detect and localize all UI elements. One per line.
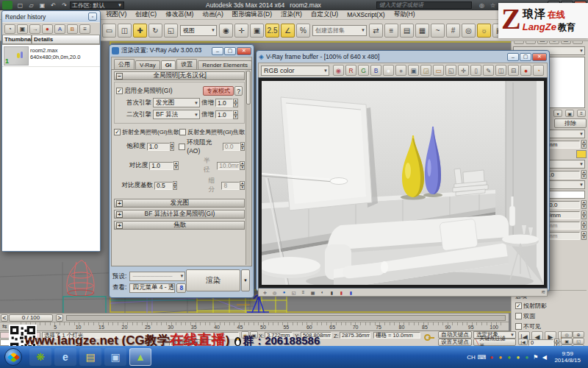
save-history-icon[interactable]: ▣ <box>17 24 28 34</box>
set-keys-icon[interactable] <box>424 334 431 341</box>
keyboard-icon[interactable]: ⌨ <box>478 354 487 361</box>
pin-stack-icon[interactable]: ▾ <box>553 110 562 117</box>
tray-dot-3[interactable]: ● <box>506 354 512 361</box>
track-bar-rail[interactable] <box>66 315 506 321</box>
3dsmax-logo-icon[interactable] <box>2 1 12 10</box>
new-file-icon[interactable]: ▢ <box>15 1 25 10</box>
invisible-option-checkbox[interactable] <box>515 323 522 330</box>
vfb-pan-icon[interactable]: ✛ <box>261 289 269 296</box>
track-mouse-icon[interactable]: ✛ <box>458 65 469 76</box>
menu-item[interactable]: MAXScript(X) <box>343 11 389 18</box>
render-setup-icon[interactable]: ☼ <box>477 24 491 38</box>
light-color-swatch[interactable] <box>576 150 587 158</box>
vfb-color-icon[interactable]: ▦ <box>309 289 317 296</box>
window-crossing-icon[interactable]: ◫ <box>118 24 132 38</box>
vfb-image-area[interactable] <box>258 77 548 289</box>
clear-image-icon[interactable]: ▭ <box>433 65 444 76</box>
cast-shadows-option-checkbox[interactable]: ✓ <box>515 302 522 309</box>
explorer-icon[interactable]: ▤ <box>79 348 101 366</box>
percent-snap-icon[interactable]: % <box>296 24 310 38</box>
contrast-base-field[interactable]: 0.5 <box>154 182 173 190</box>
size-spinner-3[interactable]: ▲▼ <box>581 231 587 240</box>
exclude-button[interactable]: 排除 <box>554 118 587 128</box>
show-channels-icon[interactable]: ◉ <box>333 65 344 76</box>
workspace-dropdown[interactable]: 工作区: 默认▼ <box>70 1 124 9</box>
z-coordinate-field[interactable]: 2875.36mm <box>340 332 370 339</box>
compare-horizontal-icon[interactable]: ◫ <box>495 65 506 76</box>
select-and-rotate-icon[interactable]: ↻ <box>148 24 162 38</box>
tab-公用[interactable]: 公用 <box>114 59 135 69</box>
tray-dot-2[interactable]: ● <box>497 354 503 361</box>
stop-render-icon[interactable]: ● <box>520 65 531 76</box>
start-button[interactable] <box>4 348 22 366</box>
search-icon[interactable]: ◎ <box>477 1 487 10</box>
vfb-red-icon[interactable]: ▮ <box>337 289 345 296</box>
zoom-extents-icon[interactable]: ▣ <box>561 338 573 344</box>
expand-icon[interactable]: + <box>116 222 123 229</box>
vfb-titlebar[interactable]: ◈ V-Ray frame buffer - [100% of 640 x 48… <box>257 51 549 63</box>
ao-checkbox[interactable] <box>179 144 185 150</box>
saturation-field[interactable]: 1.0 <box>147 143 170 151</box>
redo-icon[interactable]: ↷ <box>60 1 69 10</box>
vfb-resize-grip[interactable]: ≋ <box>541 289 545 295</box>
keyboard-shortcut-icon[interactable]: ▣ <box>250 24 264 38</box>
tray-dot-5[interactable]: ● <box>523 354 530 361</box>
material-editor-icon[interactable]: ◎ <box>462 24 476 38</box>
menu-item[interactable]: 修改器(M) <box>161 10 198 19</box>
vfb-zoom-icon[interactable]: ◎ <box>270 289 279 296</box>
menu-item[interactable]: 动画(A) <box>198 10 227 19</box>
history-settings-icon[interactable]: ◔ <box>4 24 15 34</box>
region-render-icon[interactable]: ▯ <box>470 65 481 76</box>
configure-modifier-icon[interactable]: ≡ <box>577 110 586 117</box>
layer-manager-icon[interactable]: ▤ <box>400 24 414 38</box>
contrast-base-spinner[interactable]: ▲▼ <box>173 181 178 190</box>
thumbnail-column-header[interactable]: Thumbnail <box>2 35 32 44</box>
load-image-icon[interactable]: ◲ <box>420 65 431 76</box>
render-setup-scrollbar[interactable] <box>245 71 251 265</box>
multiplier-spinner[interactable]: ▲▼ <box>581 140 587 149</box>
angle-snap-icon[interactable]: ∠ <box>281 24 295 38</box>
community-icon[interactable]: ☆ <box>488 1 498 10</box>
size-spinner-1[interactable]: ▲▼ <box>581 210 587 219</box>
vfb-channel-dropdown[interactable]: RGB color▼ <box>261 66 329 76</box>
secondary-engine-dropdown[interactable]: BF 算法▼ <box>153 110 200 119</box>
start-render-icon[interactable]: ◔ <box>533 65 544 76</box>
menu-item[interactable]: 帮助(H) <box>390 10 420 19</box>
use-pivot-center-icon[interactable]: ◉ <box>219 24 233 38</box>
secondary-mult-field[interactable]: 1.0 <box>215 110 233 118</box>
b-slot-icon[interactable]: B <box>67 24 78 34</box>
render-history-row[interactable]: 1 room2.max 640x480;0h,0m,20.0 <box>2 45 100 67</box>
rollout-collapsed[interactable]: +发光图 <box>114 199 245 208</box>
size-spinner-2[interactable]: ▲▼ <box>581 221 587 230</box>
blue-channel-button[interactable]: B <box>370 65 381 76</box>
primary-mult-spinner[interactable]: ▲▼ <box>233 99 238 107</box>
show-end-result-icon[interactable]: ▣ <box>565 110 574 117</box>
expert-mode-button[interactable]: 专家模式 <box>203 86 234 96</box>
resolution-spinner[interactable]: ▲▼ <box>581 200 587 209</box>
next-frame-arrow[interactable]: > <box>56 314 63 322</box>
view-dropdown[interactable]: 四元菜单 4 - 透▼ <box>129 283 175 293</box>
tray-flag-icon[interactable]: ⚑ <box>532 354 539 361</box>
zoom-all-icon[interactable]: ⊕ <box>573 331 584 338</box>
undo-icon[interactable]: ↶ <box>49 1 58 10</box>
vfb-maximize-button[interactable]: ▢ <box>520 53 531 61</box>
rollout-collapsed[interactable]: +BF 算法计算全局照明(GI) <box>114 210 245 219</box>
render-setup-titlebar[interactable]: 渲染设置: V-Ray Adv 3.00.03 – ▢ ✕ <box>110 45 254 57</box>
menu-item[interactable]: 视图(V) <box>101 10 131 19</box>
save-file-icon[interactable]: ▣ <box>37 1 47 10</box>
monochrome-icon[interactable]: ● <box>395 65 406 76</box>
save-image-icon[interactable]: ▣ <box>408 65 419 76</box>
previous-frame-arrow[interactable]: < <box>1 314 8 322</box>
reflect-caustics-checkbox[interactable] <box>179 129 186 135</box>
ie-icon[interactable]: e <box>54 348 76 366</box>
details-column-header[interactable]: Details <box>32 35 100 44</box>
secondary-mult-spinner[interactable]: ▲▼ <box>233 110 238 119</box>
intensity-spinner[interactable]: ▲▼ <box>581 170 587 179</box>
export-history-icon[interactable]: → <box>29 24 40 34</box>
open-file-icon[interactable]: ▱ <box>26 1 36 10</box>
tab-设置[interactable]: 设置 <box>176 59 197 69</box>
select-and-manipulate-icon[interactable]: ✛ <box>234 24 248 38</box>
render-thumbnail[interactable]: 1 <box>4 46 29 66</box>
tray-dot-4[interactable]: ● <box>514 354 521 361</box>
ao-spinner[interactable]: ▲▼ <box>240 142 245 151</box>
